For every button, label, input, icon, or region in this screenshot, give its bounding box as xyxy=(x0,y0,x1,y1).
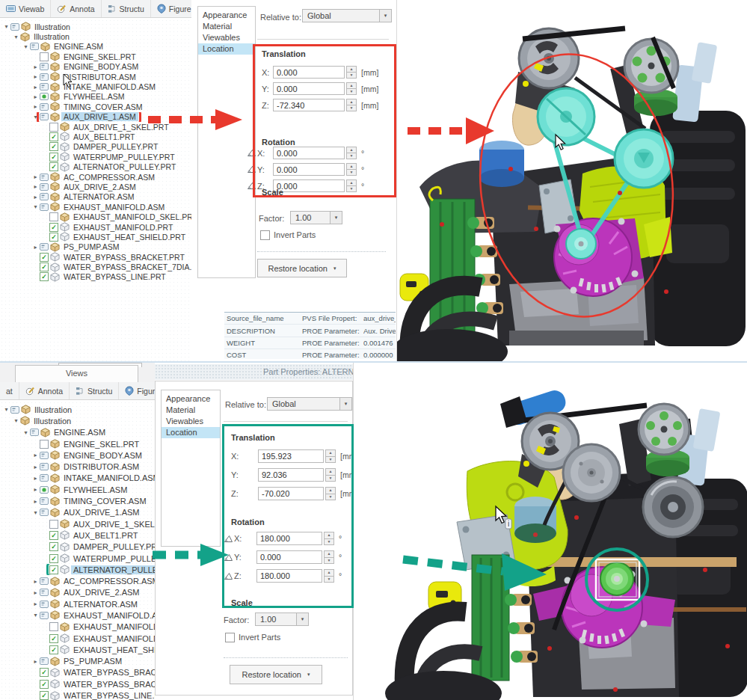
expander-icon[interactable]: ▾ xyxy=(31,203,40,210)
visibility-checkbox[interactable]: ✓ xyxy=(49,565,58,574)
visibility-checkbox[interactable]: ✓ xyxy=(49,153,58,162)
expander-icon[interactable]: ▾ xyxy=(12,417,20,424)
tree-item[interactable]: ✓ALTERNATOR_PULLEY.PRT xyxy=(0,162,191,171)
visibility-checkbox[interactable]: ✓ xyxy=(40,680,49,689)
pane-tab-structu[interactable]: Structu xyxy=(102,0,151,17)
tree-item[interactable]: ▾Illustration xyxy=(0,404,155,415)
chevron-down-icon[interactable]: ▾ xyxy=(296,613,308,625)
visibility-checkbox[interactable] xyxy=(49,520,58,529)
props-tab-viewables[interactable]: Viewables xyxy=(162,416,220,427)
tree-item[interactable]: ✓WATERPUMP_PULLEY.PRT xyxy=(0,152,191,162)
tree-item[interactable]: ▸DISTRIBUTOR.ASM xyxy=(0,72,191,82)
expander-icon[interactable]: ▾ xyxy=(2,406,10,413)
factor-select[interactable]: 1.00 ▾ xyxy=(290,211,342,224)
tree-item[interactable]: ▾EXHAUST_MANIFOLD.ASM xyxy=(0,202,191,212)
value-input[interactable] xyxy=(273,66,345,79)
spinner[interactable]: ▲▼ xyxy=(346,163,357,176)
tree-item[interactable]: ▾AUX_DRIVE_1.ASM xyxy=(0,507,155,518)
expander-icon[interactable]: ▸ xyxy=(31,174,40,180)
expander-icon[interactable]: ▸ xyxy=(31,64,40,70)
tree-item[interactable]: ✓EXHAUST_MANIFOLD.PRT xyxy=(0,633,155,644)
value-input[interactable] xyxy=(258,487,324,500)
value-input[interactable] xyxy=(256,550,322,564)
visibility-checkbox[interactable] xyxy=(49,123,58,132)
expander-icon[interactable]: ▾ xyxy=(22,43,30,50)
spinner-up-icon[interactable]: ▲ xyxy=(325,487,336,494)
spinner[interactable]: ▲▼ xyxy=(346,179,357,192)
spinner-down-icon[interactable]: ▼ xyxy=(325,457,336,464)
tree-item[interactable]: AUX_DRIVE_1_SKEL.PRT xyxy=(0,122,191,132)
tree-item[interactable]: ▸FLYWHEEL.ASM xyxy=(0,484,155,495)
tree-item[interactable]: ▸ALTERNATOR.ASM xyxy=(0,598,155,610)
alternator-pulley-highlighted[interactable] xyxy=(566,229,596,259)
tree-item[interactable]: ▸PS_PUMP.ASM xyxy=(0,656,155,667)
value-input[interactable] xyxy=(258,449,324,463)
visibility-checkbox[interactable]: ✓ xyxy=(49,645,58,654)
expander-icon[interactable]: ▸ xyxy=(31,601,40,607)
value-input[interactable] xyxy=(273,163,345,176)
expander-icon[interactable]: ▸ xyxy=(31,73,40,80)
props-tab-appearance[interactable]: Appearance xyxy=(162,393,220,405)
invert-parts-checkbox[interactable] xyxy=(225,633,235,642)
props-tab-location[interactable]: Location xyxy=(162,427,220,438)
invert-parts-checkbox[interactable] xyxy=(260,230,270,240)
visibility-checkbox[interactable] xyxy=(49,212,58,221)
expander-icon[interactable]: ▸ xyxy=(31,486,40,493)
tree-item[interactable]: ✓WATER_BYPASS_BRACKET.PRT xyxy=(0,667,155,678)
pane-tab-annota[interactable]: Annota xyxy=(19,382,70,399)
viewport-3d-top[interactable] xyxy=(396,0,747,361)
spinner-up-icon[interactable]: ▲ xyxy=(346,66,357,73)
spinner[interactable]: ▲▼ xyxy=(346,82,357,95)
visibility-checkbox[interactable]: ✓ xyxy=(40,253,49,262)
props-tab-material[interactable]: Material xyxy=(198,21,255,32)
tree-item[interactable]: EXHAUST_MANIFOLD_SKEL.PRT xyxy=(0,212,191,221)
factor-select[interactable]: 1.00 ▾ xyxy=(255,612,309,626)
spinner[interactable]: ▲▼ xyxy=(324,532,334,545)
waterpump-pulley[interactable] xyxy=(563,444,620,501)
pane-tab-structu[interactable]: Structu xyxy=(70,382,119,399)
spinner-down-icon[interactable]: ▼ xyxy=(346,73,357,79)
value-input[interactable] xyxy=(273,82,345,95)
spinner[interactable]: ▲▼ xyxy=(346,99,357,111)
visibility-checkbox[interactable] xyxy=(49,622,58,631)
expander-icon[interactable]: ▸ xyxy=(31,183,40,190)
spinner-up-icon[interactable]: ▲ xyxy=(346,179,357,186)
spinner-up-icon[interactable]: ▲ xyxy=(324,569,334,577)
spinner-up-icon[interactable]: ▲ xyxy=(346,99,357,105)
visibility-checkbox[interactable]: ✓ xyxy=(40,262,49,271)
tree-item[interactable]: ▾AUX_DRIVE_1.ASM xyxy=(0,112,191,122)
spinner-up-icon[interactable]: ▲ xyxy=(346,147,357,153)
tree-item[interactable]: ✓ALTERNATOR_PULLEY.PRT xyxy=(0,564,155,575)
expander-icon[interactable]: ▸ xyxy=(31,244,40,251)
tree-item[interactable]: ✓WATERPUMP_PULLEY.PRT xyxy=(0,553,155,564)
visibility-checkbox[interactable]: ✓ xyxy=(49,162,58,171)
tree-item[interactable]: ▸AC_COMPRESSOR.ASM xyxy=(0,172,191,182)
expander-icon[interactable]: ▸ xyxy=(31,464,40,470)
spinner-down-icon[interactable]: ▼ xyxy=(324,577,334,583)
expander-icon[interactable]: ▾ xyxy=(31,114,40,120)
tree-item[interactable]: ✓AUX_BELT1.PRT xyxy=(0,529,155,541)
tree-item[interactable]: ✓AUX_BELT1.PRT xyxy=(0,132,191,141)
spinner-up-icon[interactable]: ▲ xyxy=(324,532,334,539)
expander-icon[interactable]: ▸ xyxy=(31,84,40,90)
spinner-down-icon[interactable]: ▼ xyxy=(324,539,334,546)
pane-tab-annota[interactable]: Annota xyxy=(51,0,101,17)
visibility-checkbox[interactable]: ✓ xyxy=(49,554,58,563)
value-input[interactable] xyxy=(273,147,345,159)
expander-icon[interactable]: ▸ xyxy=(31,103,40,110)
expander-icon[interactable]: ▸ xyxy=(31,194,40,200)
table-row[interactable]: COSTPROE Parameter:0.000000 xyxy=(224,349,396,359)
visibility-checkbox[interactable]: ✓ xyxy=(49,233,58,242)
tree-item[interactable]: ▾Illustration xyxy=(0,22,191,31)
spinner-up-icon[interactable]: ▲ xyxy=(346,82,357,89)
spinner[interactable]: ▲▼ xyxy=(325,468,336,482)
expander-icon[interactable]: ▾ xyxy=(31,509,40,516)
spinner-up-icon[interactable]: ▲ xyxy=(346,163,357,170)
relative-to-select[interactable]: Global ▾ xyxy=(302,9,392,22)
expander-icon[interactable]: ▾ xyxy=(12,34,20,40)
tree-item[interactable]: ▸ENGINE_BODY.ASM xyxy=(0,449,155,461)
spinner-down-icon[interactable]: ▼ xyxy=(346,89,357,95)
tab-views[interactable]: Views xyxy=(15,365,138,382)
visibility-checkbox[interactable]: ✓ xyxy=(40,272,49,281)
expander-icon[interactable]: ▸ xyxy=(31,475,40,482)
